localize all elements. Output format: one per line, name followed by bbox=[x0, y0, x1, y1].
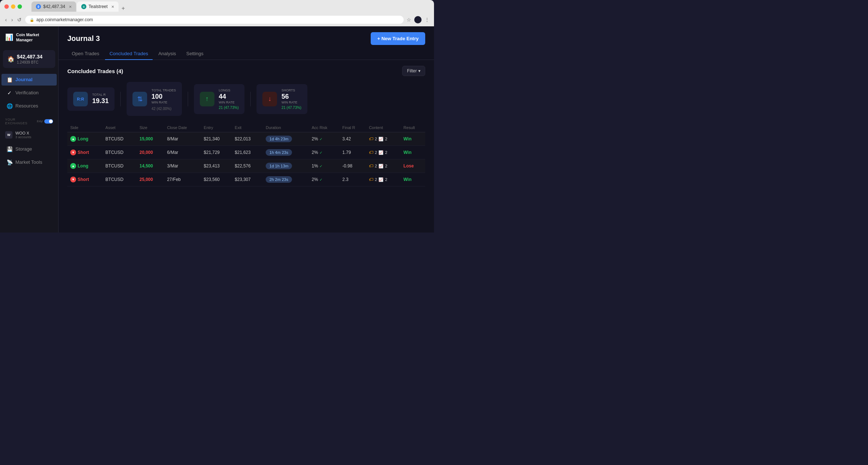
browser-tab-1[interactable]: ₿ $42,487.34 ✕ bbox=[31, 1, 76, 12]
exchanges-label: YOUR EXCHANGES bbox=[5, 118, 37, 125]
sidebar-item-resources[interactable]: 🌐 Resources bbox=[1, 100, 57, 112]
cell-result: Win bbox=[401, 173, 425, 186]
lock-icon: 🔒 bbox=[30, 18, 34, 22]
traffic-light-red[interactable] bbox=[4, 4, 9, 9]
longs-value: 44 bbox=[219, 93, 239, 101]
tab-open-trades[interactable]: Open Trades bbox=[67, 48, 104, 60]
cell-size: 20,000 bbox=[136, 146, 164, 159]
content-tags: 2 bbox=[375, 177, 377, 182]
content-charts: 2 bbox=[385, 177, 387, 182]
table-row[interactable]: ▼ Short BTCUSD 20,000 6/Mar $21,729 $21,… bbox=[67, 146, 425, 159]
tag-icon: 🏷 bbox=[369, 150, 373, 155]
chart-icon: 📈 bbox=[378, 177, 384, 182]
cell-side: ▼ Short bbox=[67, 146, 102, 159]
shorts-value: 56 bbox=[281, 93, 301, 101]
cell-final-r: 1.79 bbox=[340, 146, 366, 159]
longs-winrate: 21 (47.73%) bbox=[219, 106, 239, 110]
col-duration: Duration bbox=[263, 123, 309, 132]
address-bar[interactable]: 🔒 app.coinmarketmanager.com bbox=[25, 16, 404, 24]
tab2-close[interactable]: ✕ bbox=[111, 5, 114, 9]
shorts-label: Shorts bbox=[281, 88, 301, 92]
tab1-label: $42,487.34 bbox=[43, 4, 65, 9]
forward-button[interactable]: › bbox=[11, 16, 14, 23]
wallet-card[interactable]: 🏠 $42,487.34 1.24939 BTC bbox=[3, 50, 55, 68]
tab1-close[interactable]: ✕ bbox=[69, 5, 72, 9]
wallet-amount: $42,487.34 bbox=[17, 54, 42, 60]
check-icon: ✓ bbox=[319, 137, 322, 141]
col-exit: Exit bbox=[232, 123, 263, 132]
table-row[interactable]: ▲ Long BTCUSD 15,000 8/Mar $21,340 $22,0… bbox=[67, 132, 425, 146]
exchange-accounts: 3 accounts bbox=[15, 135, 31, 139]
col-size: Size bbox=[136, 123, 164, 132]
trades-icon: ⇅ bbox=[132, 92, 147, 106]
stat-divider-1 bbox=[120, 92, 121, 106]
tab-analysis[interactable]: Analysis bbox=[154, 48, 180, 60]
shorts-winrate-label: Win rate bbox=[281, 101, 297, 104]
filter-label: Filter bbox=[407, 68, 417, 73]
logo-text-line2: Manager bbox=[16, 37, 39, 42]
sidebar-item-verification[interactable]: ✓ Verification bbox=[1, 87, 57, 99]
shorts-winrate: 21 (47.73%) bbox=[281, 106, 301, 110]
traffic-light-green[interactable] bbox=[18, 4, 22, 9]
reload-button[interactable]: ↺ bbox=[16, 16, 22, 23]
storage-icon: 💾 bbox=[7, 146, 12, 152]
stat-divider-3 bbox=[250, 92, 251, 106]
tab-bar: Open Trades Concluded Trades Analysis Se… bbox=[59, 45, 434, 60]
exchange-name: WOO X bbox=[15, 131, 31, 135]
more-options-button[interactable]: ⋮ bbox=[424, 17, 430, 23]
new-tab-button[interactable]: + bbox=[119, 5, 127, 12]
rr-value: 19.31 bbox=[92, 97, 109, 105]
content-charts: 2 bbox=[385, 150, 387, 155]
logo-text-line1: Coin Market bbox=[16, 32, 39, 37]
side-dot: ▼ bbox=[70, 150, 76, 155]
bookmark-button[interactable]: ☆ bbox=[407, 17, 411, 23]
cell-content: 🏷 2 📈 2 bbox=[366, 159, 400, 173]
exchange-row[interactable]: W WOO X 3 accounts bbox=[0, 128, 58, 142]
filter-button[interactable]: Filter ▾ bbox=[402, 66, 425, 76]
content-tags: 2 bbox=[375, 137, 377, 141]
cell-content: 🏷 2 📈 2 bbox=[366, 146, 400, 159]
tag-icon: 🏷 bbox=[369, 136, 373, 141]
market-tools-icon: 📡 bbox=[7, 159, 12, 165]
cell-close-date: 8/Mar bbox=[164, 132, 201, 146]
col-content: Content bbox=[366, 123, 400, 132]
side-text: Short bbox=[78, 177, 89, 182]
tab-concluded-trades[interactable]: Concluded Trades bbox=[105, 48, 153, 60]
longs-winrate-label: Win rate bbox=[219, 101, 235, 104]
cell-duration: 1d 4h 23m bbox=[263, 132, 309, 146]
tag-icon: 🏷 bbox=[369, 177, 373, 182]
browser-tab-2[interactable]: ≡ Tealstreet ✕ bbox=[77, 1, 119, 12]
shorts-icon: ↓ bbox=[262, 92, 277, 106]
col-side: Side bbox=[67, 123, 102, 132]
traffic-light-yellow[interactable] bbox=[11, 4, 15, 9]
cell-close-date: 27/Feb bbox=[164, 173, 201, 186]
check-icon: ✓ bbox=[319, 164, 322, 168]
longs-icon: ↑ bbox=[200, 92, 214, 106]
stat-card-trades: ⇅ Total trades 100 Win rate 42 (42.00%) bbox=[127, 82, 182, 116]
sidebar-item-label-market-tools: Market Tools bbox=[15, 159, 42, 165]
chart-icon: 📈 bbox=[378, 164, 384, 169]
check-icon: ✓ bbox=[319, 178, 322, 182]
tab-settings[interactable]: Settings bbox=[182, 48, 208, 60]
new-trade-button[interactable]: + New Trade Entry bbox=[371, 32, 425, 45]
cell-side: ▲ Long bbox=[67, 159, 102, 173]
cell-side: ▼ Short bbox=[67, 173, 102, 186]
back-button[interactable]: ‹ bbox=[4, 16, 8, 23]
cell-size: 15,000 bbox=[136, 132, 164, 146]
logo-icon: 📊 bbox=[5, 33, 13, 41]
cell-asset: BTCUSD bbox=[102, 132, 136, 146]
cell-acc-risk: 2% ✓ bbox=[309, 132, 340, 146]
trades-winrate: 42 (42.00%) bbox=[151, 107, 171, 111]
sidebar-logo: 📊 Coin Market Manager bbox=[0, 32, 58, 49]
main-content: Journal 3 + New Trade Entry Open Trades … bbox=[59, 26, 434, 232]
cell-final-r: -0.98 bbox=[340, 159, 366, 173]
content-tags: 2 bbox=[375, 164, 377, 168]
table-row[interactable]: ▼ Short BTCUSD 25,000 27/Feb $23,560 $23… bbox=[67, 173, 425, 186]
stat-card-shorts: ↓ Shorts 56 Win rate 21 (47.73%) bbox=[257, 84, 307, 114]
sidebar-item-market-tools[interactable]: 📡 Market Tools bbox=[1, 156, 57, 168]
trades-label: Total trades bbox=[151, 88, 176, 92]
fav-toggle[interactable] bbox=[44, 119, 53, 124]
table-row[interactable]: ▲ Long BTCUSD 14,500 3/Mar $23,413 $22,5… bbox=[67, 159, 425, 173]
sidebar-item-storage[interactable]: 💾 Storage bbox=[1, 143, 57, 155]
sidebar-item-journal[interactable]: 📋 Journal bbox=[1, 74, 57, 86]
